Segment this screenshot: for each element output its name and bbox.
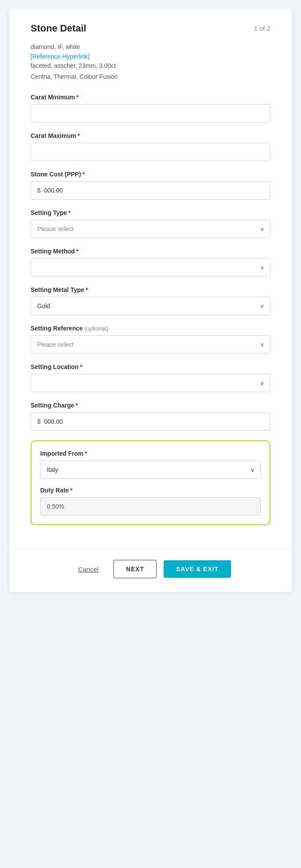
stone-cost-group: Stone Cost (PPP)* $: [31, 171, 270, 200]
page-counter: 1 of 2: [254, 23, 270, 32]
duty-rate-label: Duty Rate*: [40, 487, 261, 494]
setting-reference-label: Setting Reference (optional): [31, 325, 270, 332]
setting-reference-select[interactable]: Please select: [31, 335, 270, 354]
setting-charge-label: Setting Charge*: [31, 402, 270, 409]
imported-from-select-wrapper: Italy France USA ∨: [40, 460, 261, 479]
required-star: *: [76, 402, 78, 409]
imported-from-select[interactable]: Italy France USA: [40, 460, 261, 479]
required-star: *: [86, 286, 88, 293]
stone-desc-line3: faceted, asscher, 23mm, 3.00ct: [31, 61, 270, 70]
required-star: *: [68, 209, 70, 216]
form-content: Stone Detail 1 of 2 diamond, IF, white […: [9, 9, 292, 549]
setting-location-group: Setting Location* ∨: [31, 363, 270, 392]
setting-location-label: Setting Location*: [31, 363, 270, 370]
setting-method-label: Setting Method*: [31, 248, 270, 255]
required-star: *: [82, 171, 84, 178]
highlighted-section: Imported From* Italy France USA ∨ Duty R…: [31, 440, 270, 525]
carat-maximum-group: Carat Maximum*: [31, 132, 270, 161]
setting-metal-type-label: Setting Metal Type*: [31, 286, 270, 293]
required-star: *: [76, 94, 78, 101]
next-button[interactable]: NEXT: [113, 560, 157, 578]
setting-location-select[interactable]: [31, 374, 270, 392]
setting-metal-type-select-wrapper: Gold Silver Platinum ∨: [31, 297, 270, 315]
carat-minimum-group: Carat Minimum*: [31, 94, 270, 123]
cancel-button[interactable]: Cancel: [70, 561, 106, 577]
required-star: *: [85, 450, 87, 457]
duty-rate-input[interactable]: [40, 497, 261, 516]
setting-type-label: Setting Type*: [31, 209, 270, 216]
carat-maximum-input[interactable]: [31, 143, 270, 161]
required-star: *: [76, 248, 78, 255]
stone-cost-prefix: $: [37, 187, 41, 194]
stone-cost-input[interactable]: [44, 182, 264, 199]
required-star: *: [77, 132, 80, 139]
save-exit-button[interactable]: SAVE & EXIT: [164, 560, 231, 578]
reference-hyperlink[interactable]: [Reference Hyperlink]: [31, 53, 90, 60]
required-star: *: [70, 487, 72, 494]
setting-charge-input[interactable]: [44, 413, 264, 430]
setting-charge-group: Setting Charge* $: [31, 402, 270, 431]
setting-type-group: Setting Type* Please select ∨: [31, 209, 270, 238]
setting-reference-select-wrapper: Please select ∨: [31, 335, 270, 354]
setting-metal-type-group: Setting Metal Type* Gold Silver Platinum…: [31, 286, 270, 315]
setting-metal-type-select[interactable]: Gold Silver Platinum: [31, 297, 270, 315]
stone-desc-line4: Centria, Thermal, Colour Fusion: [31, 72, 270, 81]
setting-type-select[interactable]: Please select: [31, 220, 270, 238]
setting-method-select[interactable]: [31, 258, 270, 277]
footer-actions: Cancel NEXT SAVE & EXIT: [9, 549, 292, 592]
page-container: Stone Detail 1 of 2 diamond, IF, white […: [9, 9, 292, 592]
duty-rate-group: Duty Rate*: [40, 487, 261, 516]
setting-method-select-wrapper: ∨: [31, 258, 270, 277]
imported-from-group: Imported From* Italy France USA ∨: [40, 450, 261, 479]
carat-minimum-input[interactable]: [31, 104, 270, 123]
setting-method-group: Setting Method* ∨: [31, 248, 270, 277]
setting-type-select-wrapper: Please select ∨: [31, 220, 270, 238]
stone-cost-label: Stone Cost (PPP)*: [31, 171, 270, 178]
setting-location-select-wrapper: ∨: [31, 374, 270, 392]
setting-reference-group: Setting Reference (optional) Please sele…: [31, 325, 270, 354]
carat-maximum-label: Carat Maximum*: [31, 132, 270, 139]
page-title: Stone Detail: [31, 23, 86, 34]
imported-from-label: Imported From*: [40, 450, 261, 457]
optional-label: (optional): [84, 325, 108, 332]
required-star: *: [80, 363, 82, 370]
stone-cost-input-wrapper: $: [31, 181, 270, 200]
stone-desc-line1: diamond, IF, white: [31, 42, 270, 52]
setting-charge-input-wrapper: $: [31, 412, 270, 431]
stone-info: diamond, IF, white [Reference Hyperlink]…: [31, 42, 270, 81]
setting-charge-prefix: $: [37, 418, 41, 425]
carat-minimum-label: Carat Minimum*: [31, 94, 270, 101]
header-row: Stone Detail 1 of 2: [31, 23, 270, 34]
